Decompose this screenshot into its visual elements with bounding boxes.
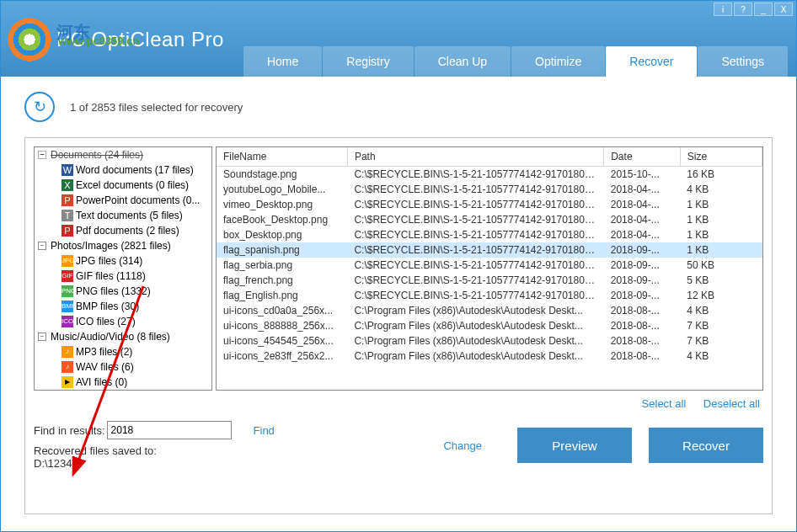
file-type-icon: ♪ — [62, 346, 73, 358]
table-row[interactable]: ui-icons_454545_256x...C:\Program Files … — [217, 333, 762, 348]
table-row[interactable]: ui-icons_2e83ff_256x2...C:\Program Files… — [217, 348, 762, 364]
expander-icon[interactable]: − — [38, 332, 46, 341]
table-row[interactable]: ui-icons_cd0a0a_256x...C:\Program Files … — [217, 303, 762, 318]
col-path[interactable]: Path — [347, 147, 603, 167]
tab-settings[interactable]: Settings — [698, 46, 788, 77]
table-row[interactable]: faceBook_Desktop.pngC:\$RECYCLE.BIN\S-1-… — [217, 212, 762, 227]
cell-date: 2018-04-... — [604, 227, 681, 242]
cell-date: 2018-08-... — [604, 348, 681, 364]
find-button[interactable]: Find — [254, 424, 275, 437]
tab-clean-up[interactable]: Clean Up — [415, 46, 511, 77]
table-row[interactable]: flag_English.pngC:\$RECYCLE.BIN\S-1-5-21… — [217, 288, 762, 303]
tree-item[interactable]: ICOICO files (27) — [35, 314, 211, 329]
file-type-icon: X — [62, 179, 73, 191]
tree-label: Music/Audio/Video (8 files) — [51, 331, 170, 343]
cell-name: flag_french.png — [217, 273, 347, 288]
help-button[interactable]: ? — [734, 3, 752, 16]
cell-date: 2018-04-... — [604, 212, 681, 227]
cell-name: youtubeLogo_Mobile... — [217, 182, 347, 197]
table-row[interactable]: flag_serbia.pngC:\$RECYCLE.BIN\S-1-5-21-… — [217, 258, 762, 273]
file-type-icon: W — [62, 164, 73, 176]
cell-path: C:\Program Files (x86)\Autodesk\Autodesk… — [347, 318, 603, 333]
tree-item[interactable]: GIFGIF files (1118) — [35, 269, 211, 284]
cell-size: 1 KB — [680, 242, 762, 258]
table-row[interactable]: Soundstage.pngC:\$RECYCLE.BIN\S-1-5-21-1… — [217, 167, 762, 183]
cell-path: C:\Program Files (x86)\Autodesk\Autodesk… — [347, 348, 603, 364]
tree-item[interactable]: TText documents (5 files) — [35, 208, 211, 223]
cell-size: 12 KB — [680, 288, 762, 303]
cell-name: box_Desktop.png — [217, 227, 347, 242]
tab-recover[interactable]: Recover — [606, 46, 697, 77]
cell-size: 1 KB — [680, 212, 762, 227]
preview-button[interactable]: Preview — [517, 428, 632, 463]
expander-icon[interactable]: − — [38, 242, 46, 250]
tree-label: Photos/Images (2821 files) — [51, 240, 171, 252]
recover-button[interactable]: Recover — [649, 428, 763, 463]
minimize-button[interactable]: _ — [754, 3, 773, 16]
table-row[interactable]: flag_french.pngC:\$RECYCLE.BIN\S-1-5-21-… — [217, 273, 762, 288]
col-date[interactable]: Date — [604, 147, 681, 167]
table-row[interactable]: flag_spanish.pngC:\$RECYCLE.BIN\S-1-5-21… — [217, 242, 762, 258]
cell-date: 2018-09-... — [604, 273, 681, 288]
cell-date: 2018-09-... — [604, 242, 681, 258]
cell-size: 5 KB — [680, 273, 762, 288]
tree-item-label: PowerPoint documents (0... — [76, 194, 200, 206]
file-type-icon: JPG — [62, 255, 73, 267]
tree-item[interactable]: BMPBMP files (30) — [35, 299, 211, 314]
tree-item-label: Text documents (5 files) — [76, 210, 183, 221]
tree-item[interactable]: JPGJPG files (314) — [35, 253, 211, 269]
cell-path: C:\Program Files (x86)\Autodesk\Autodesk… — [347, 333, 603, 348]
tab-home[interactable]: Home — [243, 46, 322, 77]
tree-item[interactable]: PNGPNG files (1332) — [35, 284, 211, 299]
info-button[interactable]: i — [714, 3, 732, 16]
cell-date: 2018-08-... — [604, 303, 681, 318]
cell-path: C:\Program Files (x86)\Autodesk\Autodesk… — [347, 303, 603, 318]
tree-item[interactable]: ♪MP3 files (2) — [35, 344, 211, 359]
tree-item[interactable]: PPdf documents (2 files) — [35, 223, 211, 238]
tree-item[interactable]: XExcel documents (0 files) — [35, 178, 211, 193]
cell-date: 2018-04-... — [604, 182, 681, 197]
tree-item[interactable]: ▶AVI files (0) — [35, 375, 211, 390]
tree-item-label: Word documents (17 files) — [76, 164, 194, 176]
table-row[interactable]: box_Desktop.pngC:\$RECYCLE.BIN\S-1-5-21-… — [217, 227, 762, 242]
deselect-all-link[interactable]: Deselect all — [703, 397, 760, 410]
tab-optimize[interactable]: Optimize — [511, 46, 605, 77]
table-row[interactable]: vimeo_Desktop.pngC:\$RECYCLE.BIN\S-1-5-2… — [217, 197, 762, 212]
file-table[interactable]: FileName Path Date Size Soundstage.pngC:… — [216, 146, 763, 391]
col-size[interactable]: Size — [680, 147, 762, 167]
col-filename[interactable]: FileName — [217, 147, 347, 167]
cell-path: C:\$RECYCLE.BIN\S-1-5-21-1057774142-9170… — [347, 182, 603, 197]
tree-item-label: Pdf documents (2 files) — [76, 225, 179, 237]
cell-size: 1 KB — [680, 227, 762, 242]
find-input[interactable] — [107, 421, 232, 439]
tree-item[interactable]: WWord documents (17 files) — [35, 162, 211, 178]
tree-item-label: WAV files (6) — [76, 361, 134, 373]
status-text: 1 of 2853 files selected for recovery — [70, 101, 243, 114]
cell-size: 4 KB — [680, 303, 762, 318]
find-label: Find in results: — [34, 424, 105, 437]
cell-name: flag_spanish.png — [217, 242, 347, 258]
tab-registry[interactable]: Registry — [323, 46, 413, 77]
tree-group-media[interactable]: − Music/Audio/Video (8 files) — [35, 329, 211, 344]
tree-item[interactable]: PPowerPoint documents (0... — [35, 193, 211, 208]
tree-item[interactable]: ♪WAV files (6) — [35, 359, 211, 375]
tree-group-photos[interactable]: − Photos/Images (2821 files) — [35, 238, 211, 253]
table-row[interactable]: youtubeLogo_Mobile...C:\$RECYCLE.BIN\S-1… — [217, 182, 762, 197]
table-row[interactable]: ui-icons_888888_256x...C:\Program Files … — [217, 318, 762, 333]
category-tree[interactable]: − Documents (24 files) WWord documents (… — [34, 146, 212, 391]
tree-item-label: AVI files (0) — [76, 376, 127, 388]
cell-name: faceBook_Desktop.png — [217, 212, 347, 227]
tree-item-label: MP3 files (2) — [76, 346, 132, 358]
select-all-link[interactable]: Select all — [642, 397, 687, 410]
tree-item-label: Excel documents (0 files) — [76, 179, 189, 191]
cell-path: C:\$RECYCLE.BIN\S-1-5-21-1057774142-9170… — [347, 288, 603, 303]
file-type-icon: BMP — [62, 301, 73, 312]
cell-name: ui-icons_888888_256x... — [217, 318, 347, 333]
cell-size: 4 KB — [680, 182, 762, 197]
close-button[interactable]: X — [774, 3, 793, 16]
expander-icon[interactable]: − — [38, 151, 46, 159]
refresh-icon[interactable]: ↻ — [24, 92, 55, 122]
tree-group-documents[interactable]: − Documents (24 files) — [35, 147, 211, 162]
saved-to-path: D:\12345 — [34, 457, 438, 470]
change-link[interactable]: Change — [443, 439, 482, 452]
